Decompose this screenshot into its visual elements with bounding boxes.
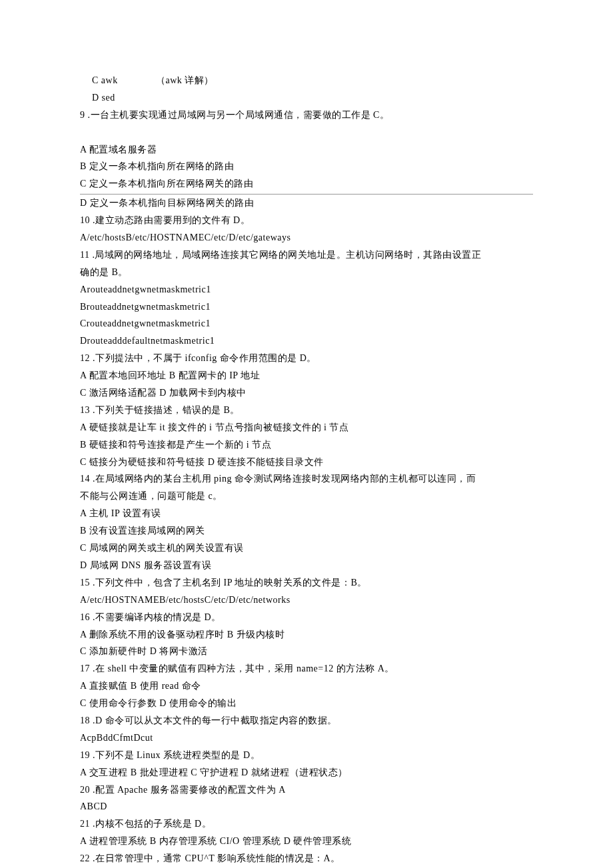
text-line: 19 .下列不是 Linux 系统进程类型的是 D。 [80, 747, 533, 764]
text-line: C 添加新硬件时 D 将网卡激活 [80, 643, 533, 660]
text-line: A 配置域名服务器 [80, 141, 533, 159]
text-line: D 定义一条本机指向目标网络网关的路由 [80, 195, 533, 212]
document-page: C awk（awk 详解）D sed9 .一台主机要实现通过局域网与另一个局域网… [0, 0, 613, 868]
text-line: C 激活网络适配器 D 加载网卡到内核中 [80, 384, 533, 402]
text-line: A 删除系统不用的设备驱动程序时 B 升级内核时 [80, 626, 533, 644]
text-line: 13 .下列关于链接描述，错误的是 B。 [80, 402, 533, 419]
text-line: Crouteaddnetgwnetmaskmetric1 [80, 315, 533, 332]
text-line: 14 .在局域网络内的某台主机用 ping 命令测试网络连接时发现网络内部的主机… [80, 470, 533, 488]
text-line: C 链接分为硬链接和符号链接 D 硬连接不能链接目录文件 [80, 454, 533, 471]
text-line: 10 .建立动态路由需要用到的文件有 D。 [80, 212, 533, 229]
text-line: B 硬链接和符号连接都是产生一个新的 i 节点 [80, 436, 533, 454]
text-line: C 使用命令行参数 D 使用命令的输出 [80, 695, 533, 712]
text-line: A 直接赋值 B 使用 read 命令 [80, 677, 533, 695]
text-line: B 定义一条本机指向所在网络的路由 [80, 158, 533, 175]
text-line: 确的是 B。 [80, 264, 533, 281]
text-line: Drouteadddefaultnetmaskmetric1 [80, 332, 533, 350]
text-line: Brouteaddnetgwnetmaskmetric1 [80, 298, 533, 316]
text-line: 11 .局域网的网络地址，局域网络连接其它网络的网关地址是。主机访问网络时，其路… [80, 246, 533, 264]
text-line: 15 .下列文件中，包含了主机名到 IP 地址的映射关系的文件是：B。 [80, 574, 533, 592]
text-line: 16 .不需要编译内核的情况是 D。 [80, 609, 533, 626]
text-line: 20 .配置 Apache 服务器需要修改的配置文件为 A [80, 781, 533, 799]
text-line: AcpBddCfmtDcut [80, 729, 533, 747]
text-line: A 交互进程 B 批处理进程 C 守护进程 D 就绪进程（进程状态） [80, 764, 533, 781]
text-line: 21 .内核不包括的子系统是 D。 [80, 815, 533, 833]
text-line: A 配置本地回环地址 B 配置网卡的 IP 地址 [80, 367, 533, 384]
text-line: 17 .在 shell 中变量的赋值有四种方法，其中，采用 name=12 的方… [80, 660, 533, 677]
text-line: B 没有设置连接局域网的网关 [80, 522, 533, 540]
text-line [80, 124, 533, 141]
text-line: D sed [80, 89, 533, 107]
text-line: 不能与公网连通，问题可能是 c。 [80, 488, 533, 505]
text-line: C awk（awk 详解） [80, 72, 533, 89]
text-line: C 定义一条本机指向所在网络网关的路由 [80, 175, 533, 195]
text-line: A/etc/HOSTNAMEB/etc/hostsC/etc/D/etc/net… [80, 592, 533, 609]
text-line: 22 .在日常管理中，通常 CPU^T 影响系统性能的情况是：A。 [80, 850, 533, 867]
text-line: A 进程管理系统 B 内存管理系统 CI/O 管理系统 D 硬件管理系统 [80, 833, 533, 850]
text-line: C 局域网的网关或主机的网关设置有误 [80, 540, 533, 557]
text-line: ABCD [80, 798, 533, 815]
text-line: 9 .一台主机要实现通过局域网与另一个局域网通信，需要做的工作是 C。 [80, 107, 533, 124]
text-line: 12 .下列提法中，不属于 ifconfig 命令作用范围的是 D。 [80, 350, 533, 367]
text-line: A/etc/hostsB/etc/HOSTNAMEC/etc/D/etc/gat… [80, 229, 533, 246]
document-body: C awk（awk 详解）D sed9 .一台主机要实现通过局域网与另一个局域网… [80, 72, 533, 867]
text-line: 18 .D 命令可以从文本文件的每一行中截取指定内容的数据。 [80, 712, 533, 729]
text-line: A 主机 IP 设置有误 [80, 505, 533, 522]
text-line: D 局域网 DNS 服务器设置有误 [80, 557, 533, 574]
text-line: Arouteaddnetgwnetmaskmetric1 [80, 281, 533, 298]
text-line: A 硬链接就是让车 it 接文件的 i 节点号指向被链接文件的 i 节点 [80, 419, 533, 436]
